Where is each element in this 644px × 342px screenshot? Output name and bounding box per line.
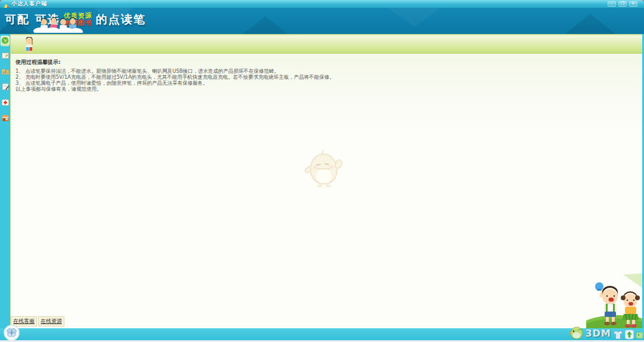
footer-links: 在线客服 在线资源 (11, 316, 64, 326)
content-header-bar (11, 36, 642, 54)
tip-line-1: 1、 点读笔要保持清洁，不能进水。脏物异物不能堵塞笔头、喇叭网及USB接口，进水… (16, 68, 335, 74)
banner-triangle (382, 8, 447, 27)
chick-mascot-watermark (304, 151, 343, 188)
kids-cartoon-illustration (586, 273, 642, 328)
banner-triangle (239, 16, 292, 34)
app-flower-icon (3, 1, 9, 7)
app-window: 小达人客户端 – ❐ ✕ 可配 可选 优质资源 热门图书 的点读笔 (0, 0, 644, 342)
titlebar: 小达人客户端 – ❐ ✕ (0, 0, 644, 8)
banner-people-photo (33, 17, 83, 34)
sidebar-item-store[interactable] (1, 113, 10, 124)
butterfly-logo[interactable] (4, 325, 20, 341)
main-content: 使用过程温馨提示: 1、 点读笔要保持清洁，不能进水。脏物异物不能堵塞笔头、喇叭… (10, 34, 642, 328)
window-controls: – ❐ ✕ (608, 1, 637, 7)
online-resources-link[interactable]: 在线资源 (38, 316, 64, 326)
sidebar-item-notes[interactable] (1, 82, 10, 93)
banner-triangle (561, 14, 620, 34)
upgrade-arrow-icon (625, 329, 634, 340)
tip-line-4: 以上事项都与保修有关，请规范使用。 (16, 86, 335, 92)
duck-mascot-icon (568, 326, 584, 340)
maximize-button[interactable]: ❐ (618, 1, 627, 7)
store-icon (1, 113, 10, 124)
tips-title: 使用过程温馨提示: (16, 58, 335, 66)
shirt-icon (613, 330, 623, 340)
book-leaf-icon (1, 51, 10, 62)
sidebar-item-books[interactable] (1, 51, 10, 61)
plant-icon (1, 35, 9, 47)
sidebar-item-resources[interactable] (1, 67, 10, 77)
bottom-bar: 3DM (0, 328, 644, 340)
sidebar (0, 34, 10, 328)
close-button[interactable]: ✕ (629, 1, 637, 7)
folder-chart-icon (1, 66, 10, 78)
tip-line-2: 2、 充电时要使用5V/1A充电器，不能用超过5V/1A的充电头，尤其不能用手机… (16, 74, 335, 80)
notebook-pen-icon (1, 82, 10, 93)
sidebar-item-repair[interactable] (1, 98, 10, 108)
tray-partial-icon (636, 330, 643, 340)
window-title: 小达人客户端 (11, 0, 47, 8)
window-body: 使用过程温馨提示: 1、 点读笔要保持清洁，不能进水。脏物异物不能堵塞笔头、喇叭… (0, 34, 644, 328)
kid-mascot-icon (23, 37, 36, 56)
minimize-button[interactable]: – (608, 1, 616, 7)
tip-line-3: 3、 点读笔属电子产品，使用时请爱惜，勿随意摔笔，摔坏的产品无法享有保修服务。 (16, 80, 335, 86)
sidebar-item-home[interactable] (1, 36, 10, 46)
first-aid-icon (1, 97, 10, 109)
slogan-right: 的点读笔 (96, 12, 146, 27)
marketing-banner: 可配 可选 优质资源 热门图书 的点读笔 (0, 8, 644, 34)
watermark-text: 3DM (586, 328, 611, 340)
watermark-3dm: 3DM (568, 326, 643, 340)
usage-tips: 使用过程温馨提示: 1、 点读笔要保持清洁，不能进水。脏物异物不能堵塞笔头、喇叭… (16, 58, 335, 92)
